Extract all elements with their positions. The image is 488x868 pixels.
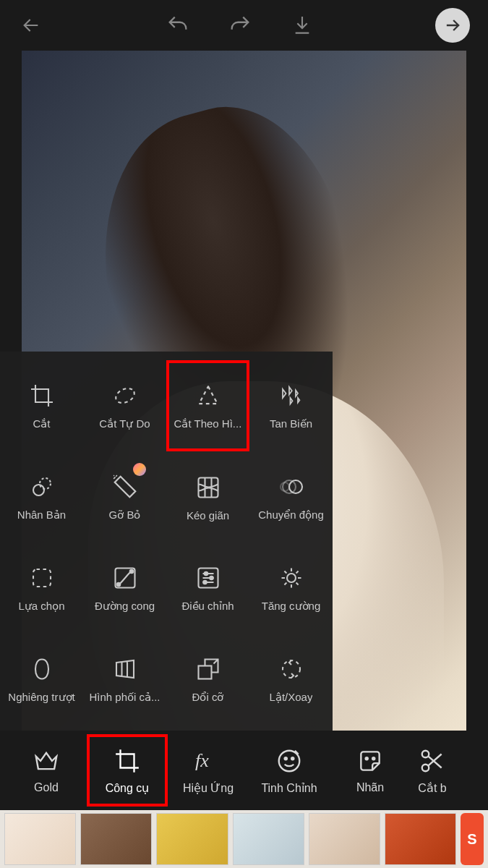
tool-label: Hình phối cả...	[89, 691, 160, 704]
sticker-icon	[356, 746, 385, 775]
clone-icon	[27, 472, 56, 501]
svg-point-12	[204, 572, 207, 576]
ad-thumb[interactable]	[156, 813, 228, 865]
tool-tiltshift[interactable]: Nghiêng trượt	[0, 634, 83, 725]
tool-fliprotate[interactable]: Lật/Xoay	[249, 634, 333, 725]
svg-point-19	[279, 750, 300, 771]
tool-perspective[interactable]: Hình phối cả...	[83, 634, 166, 725]
fx-icon: fx	[194, 746, 223, 775]
retouch-icon	[275, 746, 304, 775]
tool-label: Tan Biến	[270, 417, 312, 430]
crop-icon	[113, 746, 142, 775]
tool-label: Kéo giãn	[187, 509, 229, 522]
svg-point-14	[203, 581, 207, 584]
fliprotate-icon	[277, 655, 306, 684]
premium-badge-icon	[133, 463, 146, 476]
svg-point-2	[33, 485, 44, 495]
nav-label: Hiệu Ứng	[183, 781, 234, 795]
tool-resize[interactable]: Đổi cỡ	[166, 634, 249, 725]
svg-point-25	[422, 764, 429, 771]
tool-label: Đường cong	[95, 600, 155, 613]
nav-label: Gold	[34, 781, 59, 794]
tool-label: Lật/Xoay	[270, 691, 313, 704]
ad-thumb[interactable]	[309, 813, 380, 865]
svg-point-24	[422, 750, 429, 757]
undo-button[interactable]	[165, 12, 191, 38]
svg-point-6	[281, 482, 289, 491]
next-button[interactable]	[435, 8, 470, 43]
tool-crop[interactable]: Cắt	[0, 360, 83, 451]
selection-icon	[27, 563, 56, 592]
nav-row[interactable]: Gold Công cụ fx Hiệu Ứng Tinh Chỉnh Nhãn	[0, 731, 488, 810]
stretch-icon	[194, 473, 223, 502]
nav-cutout[interactable]: Cắt b	[411, 734, 454, 807]
crown-icon	[32, 746, 61, 775]
svg-point-21	[291, 757, 294, 760]
top-toolbar	[0, 0, 488, 51]
nav-sticker[interactable]: Nhãn	[330, 734, 411, 807]
tool-motion[interactable]: Chuyển động	[249, 451, 333, 542]
shapecrop-icon	[194, 381, 223, 410]
adjust-icon	[194, 563, 223, 592]
perspective-icon	[111, 655, 140, 684]
tool-label: Gỡ Bỏ	[109, 509, 141, 522]
cutout-icon	[418, 746, 447, 775]
freecrop-icon	[111, 381, 140, 410]
tool-label: Tăng cường	[262, 600, 321, 613]
tool-label: Cắt	[33, 417, 51, 430]
tool-clone[interactable]: Nhân Bản	[0, 451, 83, 542]
svg-point-1	[40, 478, 51, 489]
svg-point-17	[283, 660, 300, 678]
tool-label: Nghiêng trượt	[8, 691, 74, 704]
tool-label: Chuyển động	[258, 509, 324, 522]
svg-point-9	[116, 583, 120, 587]
nav-retouch[interactable]: Tinh Chỉnh	[249, 734, 330, 807]
tool-shapecrop[interactable]: Cắt Theo Hì...	[166, 360, 249, 451]
redo-button[interactable]	[227, 12, 253, 38]
tool-label: Cắt Theo Hì...	[174, 417, 242, 430]
tool-label: Điều chỉnh	[181, 600, 234, 613]
svg-point-20	[285, 757, 287, 760]
motion-icon	[277, 472, 306, 501]
tool-label: Lựa chọn	[18, 600, 64, 613]
resize-icon	[194, 655, 223, 684]
ad-thumb[interactable]	[80, 813, 152, 865]
bottom-nav: Gold Công cụ fx Hiệu Ứng Tinh Chỉnh Nhãn	[0, 731, 488, 868]
svg-point-0	[113, 386, 136, 406]
tool-freecrop[interactable]: Cắt Tự Do	[83, 360, 166, 451]
ad-brand-icon[interactable]: S	[461, 813, 484, 865]
nav-gold[interactable]: Gold	[6, 734, 87, 807]
svg-point-23	[372, 757, 374, 760]
tool-stretch[interactable]: Kéo giãn	[166, 451, 249, 542]
svg-point-15	[287, 574, 296, 582]
nav-tools[interactable]: Công cụ	[87, 734, 168, 807]
back-button[interactable]	[18, 12, 44, 38]
tool-enhance[interactable]: Tăng cường	[249, 542, 333, 634]
nav-label: Công cụ	[106, 781, 150, 795]
svg-point-13	[210, 576, 213, 580]
nav-label: Nhãn	[356, 781, 384, 794]
nav-effects[interactable]: fx Hiệu Ứng	[168, 734, 249, 807]
tool-remove[interactable]: Gỡ Bỏ	[83, 451, 166, 542]
tiltshift-icon	[27, 655, 56, 684]
svg-rect-16	[198, 666, 211, 679]
enhance-icon	[277, 563, 306, 592]
svg-point-10	[129, 570, 133, 574]
download-button[interactable]	[289, 12, 315, 38]
nav-label: Cắt b	[418, 781, 446, 795]
svg-rect-7	[33, 569, 51, 587]
crop-icon	[27, 381, 56, 410]
tool-label: Nhân Bản	[17, 509, 66, 522]
tool-adjust[interactable]: Điều chỉnh	[166, 542, 249, 634]
dispersion-icon	[277, 381, 306, 410]
ad-strip[interactable]: S	[0, 810, 488, 868]
ad-thumb[interactable]	[4, 813, 76, 865]
tool-selection[interactable]: Lựa chọn	[0, 542, 83, 634]
ad-thumb[interactable]	[385, 813, 456, 865]
tool-curves[interactable]: Đường cong	[83, 542, 166, 634]
tool-label: Đổi cỡ	[192, 691, 224, 704]
tools-panel: Cắt Cắt Tự Do Cắt Theo Hì... Tan Biến	[0, 352, 333, 731]
ad-thumb[interactable]	[233, 813, 304, 865]
tool-dispersion[interactable]: Tan Biến	[249, 360, 333, 451]
tool-label: Cắt Tự Do	[99, 417, 150, 430]
